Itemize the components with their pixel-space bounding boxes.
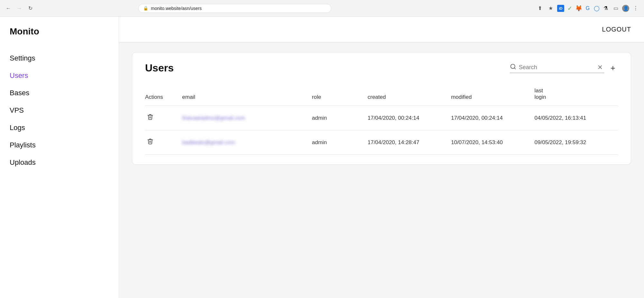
content-area: Users ✕ + <box>119 42 644 174</box>
row1-modified: 17/04/2020, 00:24:14 <box>451 106 534 130</box>
users-table: Actions email role created modified last… <box>145 84 618 155</box>
search-icon <box>510 63 516 71</box>
browser-actions: ⬆ ★ iD ✓ 🦊 G ◯ ⚗ ▭ 👤 ⋮ <box>535 4 640 13</box>
ext-circular-icon: ◯ <box>593 5 600 12</box>
row1-actions <box>145 106 182 130</box>
ext-fox-icon: 🦊 <box>575 5 582 12</box>
menu-button[interactable]: ⋮ <box>631 4 640 13</box>
sidebar-nav: Settings Users Bases VPS Logs Playlists … <box>0 46 119 174</box>
main-header: LOGOUT <box>119 17 644 42</box>
svg-line-1 <box>514 68 516 69</box>
row1-lastlogin: 04/05/2022, 16:13:41 <box>535 106 618 130</box>
forward-button[interactable]: → <box>15 4 24 13</box>
row2-modified: 10/07/2020, 14:53:40 <box>451 130 534 155</box>
back-button[interactable]: ← <box>4 4 13 13</box>
sidebar-item-vps[interactable]: VPS <box>0 102 119 119</box>
sidebar: Monito Settings Users Bases VPS Logs Pla… <box>0 17 119 298</box>
row2-actions <box>145 130 182 155</box>
users-card: Users ✕ + <box>132 52 631 165</box>
search-input[interactable] <box>519 64 593 71</box>
row2-lastlogin: 09/05/2022, 19:59:32 <box>535 130 618 155</box>
sidebar-item-logs[interactable]: Logs <box>0 119 119 136</box>
browser-nav-buttons: ← → ↻ <box>4 4 35 13</box>
ext-shield-icon: ✓ <box>566 5 573 12</box>
col-header-actions: Actions <box>145 84 182 106</box>
profile-avatar: 👤 <box>622 5 629 12</box>
row2-email-text: badbeats@gmail.com <box>182 139 235 145</box>
page-title: Users <box>145 62 174 74</box>
sidebar-item-bases[interactable]: Bases <box>0 84 119 102</box>
card-actions: ✕ + <box>510 63 618 73</box>
app-layout: Monito Settings Users Bases VPS Logs Pla… <box>0 17 644 298</box>
row2-role: admin <box>312 130 368 155</box>
col-header-lastlogin: last login <box>535 84 618 106</box>
logout-button[interactable]: LOGOUT <box>602 26 631 33</box>
col-header-email: email <box>182 84 312 106</box>
sidebar-item-users[interactable]: Users <box>0 67 119 84</box>
table-row: thaivaeiadmo@gmail.com admin 17/04/2020,… <box>145 106 618 130</box>
row1-email-text: thaivaeiadmo@gmail.com <box>182 115 245 121</box>
url-text: monito.website/asn/users <box>151 6 202 11</box>
lock-icon: 🔒 <box>143 6 148 11</box>
search-container: ✕ <box>510 63 604 73</box>
address-bar[interactable]: 🔒 monito.website/asn/users <box>138 4 331 13</box>
clear-search-button[interactable]: ✕ <box>596 63 604 71</box>
table-row: badbeats@gmail.com admin 17/04/2020, 14:… <box>145 130 618 155</box>
delete-user-button[interactable] <box>145 136 155 149</box>
delete-user-button[interactable] <box>145 112 155 124</box>
reload-button[interactable]: ↻ <box>26 4 35 13</box>
col-header-created: created <box>368 84 451 106</box>
ext-puzzle-icon: ⚗ <box>602 5 609 12</box>
ext-translate-icon: G <box>584 5 591 12</box>
sidebar-item-uploads[interactable]: Uploads <box>0 154 119 171</box>
row2-email: badbeats@gmail.com <box>182 130 312 155</box>
add-user-button[interactable]: + <box>608 63 618 73</box>
bookmark-button[interactable]: ★ <box>546 4 555 13</box>
ext-id-icon: iD <box>557 5 564 12</box>
main-content: LOGOUT Users <box>119 17 644 298</box>
share-button[interactable]: ⬆ <box>535 4 544 13</box>
row1-role: admin <box>312 106 368 130</box>
sidebar-item-settings[interactable]: Settings <box>0 50 119 67</box>
row2-created: 17/04/2020, 14:28:47 <box>368 130 451 155</box>
card-header: Users ✕ + <box>145 62 618 74</box>
browser-chrome: ← → ↻ 🔒 monito.website/asn/users ⬆ ★ iD … <box>0 0 644 17</box>
col-header-role: role <box>312 84 368 106</box>
sidebar-item-playlists[interactable]: Playlists <box>0 136 119 154</box>
row1-email: thaivaeiadmo@gmail.com <box>182 106 312 130</box>
table-header-row: Actions email role created modified last… <box>145 84 618 106</box>
row1-created: 17/04/2020, 00:24:14 <box>368 106 451 130</box>
col-header-modified: modified <box>451 84 534 106</box>
sidebar-toggle-button[interactable]: ▭ <box>611 4 620 13</box>
app-logo: Monito <box>0 17 119 46</box>
